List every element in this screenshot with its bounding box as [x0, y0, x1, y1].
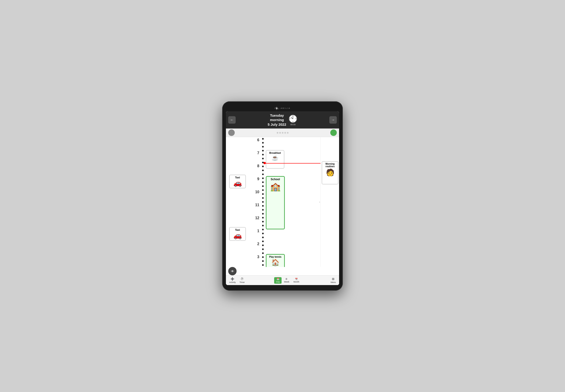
- timeline-body: Taxi 🚗 Taxi 🚗 6 7 8 9 10 11 12 1 2: [226, 137, 339, 267]
- morning-routines-label: Morning routines: [323, 163, 337, 168]
- hour-2: 2: [249, 241, 261, 254]
- dot: [262, 248, 264, 250]
- dot: [262, 158, 264, 159]
- eye-button[interactable]: 👁: [228, 267, 236, 275]
- hour-7: 7: [249, 150, 261, 163]
- dot: [262, 138, 264, 140]
- hour-8: 8: [249, 163, 261, 176]
- play-tennis-event[interactable]: Play tennis 🏠: [266, 254, 285, 267]
- activity-label: Activity: [229, 281, 236, 283]
- right-panel: Morning routines 🧑: [320, 137, 339, 267]
- morning-routines-icon: 🧑: [323, 168, 337, 177]
- dot: [262, 237, 264, 238]
- current-time-line: [265, 163, 320, 164]
- bottom-bar: ➕ Activity ⏱ Timer 📅 Day 🗓 Week 📆 Month: [226, 275, 339, 285]
- header-title: Tuesday morning 5 July 2022: [268, 113, 286, 127]
- hour-6: 6: [249, 137, 261, 150]
- activity-icon: ➕: [231, 277, 234, 281]
- header: ← Tuesday morning 5 July 2022: [226, 111, 339, 129]
- taxi-morning-event[interactable]: Taxi 🚗: [229, 175, 246, 188]
- dot: [262, 205, 264, 207]
- dot: [262, 213, 264, 215]
- dot: [262, 169, 264, 171]
- svg-line-3: [275, 107, 276, 108]
- dot: [262, 240, 264, 242]
- taxi-morning-label: Taxi: [235, 176, 240, 179]
- hours-column: 6 7 8 9 10 11 12 1 2 3 4 5 6: [249, 137, 261, 267]
- dots-column: [261, 137, 265, 267]
- morning-routines-event[interactable]: Morning routines 🧑: [322, 161, 338, 184]
- dot: [262, 197, 264, 199]
- svg-line-4: [278, 109, 278, 109]
- back-button[interactable]: ←: [228, 116, 236, 124]
- breakfast-event[interactable]: Breakfast ☕: [266, 150, 284, 169]
- menu-button[interactable]: ⊞ Menu: [329, 277, 337, 284]
- device-frame: ABILIA ← Tuesday morning 5 July 2022: [222, 101, 343, 291]
- dot: [262, 142, 264, 144]
- dot: [262, 217, 264, 219]
- school-event[interactable]: School 🏫: [266, 176, 285, 229]
- dot: [262, 177, 264, 179]
- dot: [262, 154, 264, 155]
- clock-time-label: 08:00: [290, 123, 296, 126]
- dot: [262, 233, 264, 234]
- title-line3: 5 July 2022: [268, 123, 286, 126]
- month-tab-label: Month: [293, 281, 299, 283]
- dot: [262, 264, 264, 266]
- dot: [262, 221, 264, 223]
- breakfast-icon: ☕: [272, 155, 278, 161]
- month-tab[interactable]: 📆 Month: [291, 277, 301, 284]
- scroll-indicators: [226, 128, 339, 137]
- scroll-left-indicator: [228, 129, 235, 136]
- school-icon: 🏫: [270, 182, 281, 192]
- menu-label: Menu: [331, 281, 336, 283]
- header-center: Tuesday morning 5 July 2022: [236, 113, 329, 127]
- dot: [262, 182, 264, 183]
- week-tab-label: Week: [284, 281, 289, 283]
- timer-button[interactable]: ⏱ Timer: [238, 277, 246, 284]
- timer-icon: ⏱: [241, 277, 244, 281]
- taxi-morning-icon: 🚗: [233, 179, 242, 187]
- school-label: School: [271, 178, 280, 181]
- dot: [262, 193, 264, 195]
- dot: [262, 229, 264, 230]
- activity-button[interactable]: ➕ Activity: [228, 277, 237, 284]
- week-tab-icon: 🗓: [286, 278, 288, 280]
- chevron-right-icon[interactable]: ›: [319, 200, 320, 204]
- dot: [262, 209, 264, 210]
- svg-point-0: [276, 107, 278, 109]
- taxi-afternoon-label: Taxi: [235, 228, 240, 231]
- play-tennis-icon: 🏠: [271, 259, 279, 266]
- dot: [262, 260, 264, 262]
- taxi-afternoon-icon: 🚗: [233, 231, 242, 239]
- scroll-right-indicator: [330, 129, 337, 136]
- forward-button[interactable]: →: [329, 116, 337, 124]
- left-column: Taxi 🚗 Taxi 🚗: [226, 137, 249, 267]
- brand-name: ABILIA: [281, 107, 291, 109]
- taxi-afternoon-event[interactable]: Taxi 🚗: [229, 227, 246, 241]
- day-tab-icon: 📅: [277, 278, 279, 280]
- dot: [262, 252, 264, 254]
- dot: [262, 173, 264, 175]
- play-tennis-label: Play tennis: [269, 256, 282, 258]
- dot: [262, 185, 264, 187]
- timer-label: Timer: [240, 281, 245, 283]
- events-area: Breakfast ☕ School 🏫 Play tennis 🏠 ›: [265, 137, 320, 267]
- dot: [262, 244, 264, 246]
- title-line1: Tuesday: [270, 113, 284, 117]
- day-tab-label: Day: [276, 281, 280, 283]
- hour-10: 10: [249, 189, 261, 202]
- week-tab[interactable]: 🗓 Week: [282, 277, 291, 284]
- month-tab-icon: 📆: [295, 278, 298, 280]
- breakfast-label: Breakfast: [269, 152, 281, 154]
- day-tab[interactable]: 📅 Day: [274, 277, 282, 284]
- device-screen: ← Tuesday morning 5 July 2022: [226, 111, 339, 285]
- hour-3: 3: [249, 254, 261, 267]
- hour-1: 1: [249, 228, 261, 241]
- current-time-dot: [263, 162, 266, 164]
- dot: [262, 189, 264, 191]
- hour-12: 12: [249, 215, 261, 228]
- dot: [262, 256, 264, 258]
- dot: [262, 225, 264, 226]
- title-line2: morning: [270, 118, 284, 122]
